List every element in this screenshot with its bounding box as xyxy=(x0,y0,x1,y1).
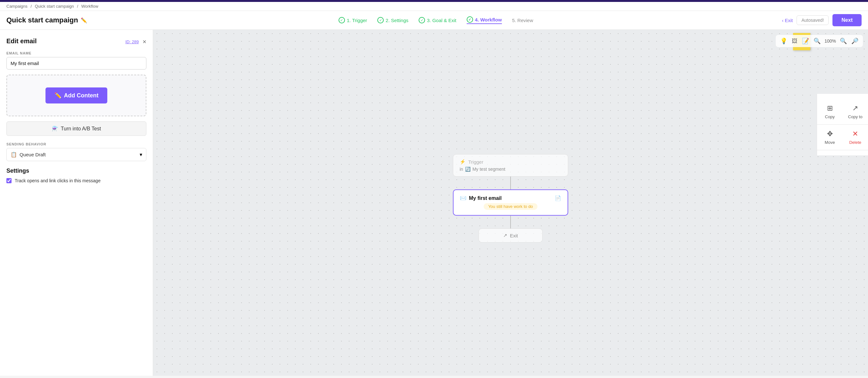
ab-test-button[interactable]: ⚗️ Turn into A/B Test xyxy=(6,121,146,136)
check-workflow-icon: ✓ xyxy=(467,16,473,23)
trigger-in-label: in xyxy=(460,166,463,172)
delete-button[interactable]: ✕ Delete xyxy=(843,125,868,150)
move-icon: ✥ xyxy=(827,130,833,138)
document-icon: 📄 xyxy=(555,195,561,201)
search-icon[interactable]: 🔎 xyxy=(851,37,859,45)
step-workflow[interactable]: ✓ 4. Workflow xyxy=(467,16,502,24)
campaign-title-group: Quick start campaign ✏️ xyxy=(6,16,90,24)
email-node-title: ✉️ My first email xyxy=(460,195,502,201)
breadcrumb-workflow: Workflow xyxy=(81,4,98,9)
pencil-icon: ✏️ xyxy=(55,92,62,99)
breadcrumb: Campaigns / Quick start campaign / Workf… xyxy=(0,2,868,11)
flask-icon: ⚗️ xyxy=(52,126,58,132)
campaign-title: Quick start campaign xyxy=(6,16,78,24)
right-actions-panel: ⊞ Copy ↗ Copy to ✥ Move ✕ Delete xyxy=(817,94,868,155)
sync-icon: 🔄 xyxy=(465,166,470,172)
sending-behavior-select[interactable]: 📋 Queue Draft ▾ xyxy=(6,148,146,161)
step-review[interactable]: 5. Review xyxy=(512,18,533,23)
copy-to-button[interactable]: ↗ Copy to xyxy=(843,99,868,125)
step-trigger-label: 1. Trigger xyxy=(347,18,367,23)
delete-icon: ✕ xyxy=(852,130,858,138)
image-icon[interactable]: 🖼 xyxy=(791,37,798,45)
step-review-label: 5. Review xyxy=(512,18,533,23)
edit-icon[interactable]: ✏️ xyxy=(81,17,87,23)
chevron-down-icon: ▾ xyxy=(140,152,142,158)
breadcrumb-campaigns[interactable]: Campaigns xyxy=(6,4,28,9)
segment-name: My test segment xyxy=(472,166,505,172)
track-checkbox-row[interactable]: Track opens and link clicks in this mess… xyxy=(6,178,146,183)
main-layout: Edit email ID: 289 × EMAIL NAME ✏️ Add C… xyxy=(0,30,868,376)
header-actions: ‹ Exit Autosaved! Next xyxy=(782,14,862,26)
envelope-icon: ✉️ xyxy=(460,195,466,201)
lightbulb-icon[interactable]: 💡 xyxy=(780,37,788,45)
steps-nav: ✓ 1. Trigger ✓ 2. Settings ✓ 3. Goal & E… xyxy=(96,16,775,24)
email-node-header: ✉️ My first email 📄 xyxy=(460,195,561,201)
check-goal-icon: ✓ xyxy=(418,17,425,23)
exit-icon: ↗ xyxy=(503,232,507,238)
workflow-area: ⚡ Trigger in 🔄 My test segment ✉️ My fir… xyxy=(453,154,568,243)
step-workflow-label: 4. Workflow xyxy=(475,17,502,23)
next-button[interactable]: Next xyxy=(832,14,862,26)
lightning-icon: ⚡ xyxy=(460,159,466,165)
step-trigger[interactable]: ✓ 1. Trigger xyxy=(339,17,367,23)
copy-to-icon: ↗ xyxy=(852,104,858,113)
header: Quick start campaign ✏️ ✓ 1. Trigger ✓ 2… xyxy=(0,11,868,30)
exit-node[interactable]: ↗ Exit xyxy=(478,228,542,243)
sending-behavior-value: Queue Draft xyxy=(20,152,46,157)
step-settings-label: 2. Settings xyxy=(385,18,408,23)
email-status: You still have work to do xyxy=(484,203,537,210)
check-settings-icon: ✓ xyxy=(377,17,384,23)
action-row-top: ⊞ Copy ↗ Copy to xyxy=(817,99,868,125)
move-button[interactable]: ✥ Move xyxy=(817,125,843,150)
note-icon[interactable]: 📝 xyxy=(801,37,810,45)
breadcrumb-campaign[interactable]: Quick start campaign xyxy=(35,4,74,9)
sidebar-header: Edit email ID: 289 × xyxy=(6,37,146,46)
email-name-input[interactable] xyxy=(6,57,146,69)
trigger-in: in 🔄 My test segment xyxy=(460,166,561,172)
copy-icon: ⊞ xyxy=(827,104,833,113)
exit-button[interactable]: ‹ Exit xyxy=(782,18,793,23)
email-id[interactable]: ID: 289 xyxy=(125,39,139,44)
close-button[interactable]: × xyxy=(143,38,146,45)
sidebar-title: Edit email xyxy=(6,37,36,45)
content-area: ✏️ Add Content xyxy=(6,75,146,116)
check-trigger-icon: ✓ xyxy=(339,17,345,23)
note-icon: 📋 xyxy=(10,152,17,158)
canvas-toolbar: 💡 🖼 📝 🔍 100% 🔍 🔎 xyxy=(776,35,863,47)
copy-button[interactable]: ⊞ Copy xyxy=(817,99,843,125)
autosaved-label: Autosaved! xyxy=(797,15,829,25)
action-row-bottom: ✥ Move ✕ Delete xyxy=(817,125,868,150)
sending-behavior-label: SENDING BEHAVIOR xyxy=(6,142,146,146)
email-name-label: EMAIL NAME xyxy=(6,51,146,55)
zoom-out-icon[interactable]: 🔍 xyxy=(813,37,821,45)
sidebar: Edit email ID: 289 × EMAIL NAME ✏️ Add C… xyxy=(0,30,153,376)
step-goal-label: 3. Goal & Exit xyxy=(427,18,457,23)
canvas: 💡 🖼 📝 🔍 100% 🔍 🔎 ⚡ Trigger in 🔄 My test … xyxy=(153,30,868,376)
track-checkbox[interactable] xyxy=(6,178,11,183)
exit-label: Exit xyxy=(510,233,518,238)
zoom-level: 100% xyxy=(825,38,836,43)
trigger-node[interactable]: ⚡ Trigger in 🔄 My test segment xyxy=(453,154,568,177)
add-content-button[interactable]: ✏️ Add Content xyxy=(45,88,107,103)
trigger-header: ⚡ Trigger xyxy=(460,159,561,165)
trigger-label: Trigger xyxy=(468,159,483,165)
zoom-in-icon[interactable]: 🔍 xyxy=(839,37,847,45)
step-goal[interactable]: ✓ 3. Goal & Exit xyxy=(418,17,457,23)
connector-line-2 xyxy=(510,216,511,228)
step-settings[interactable]: ✓ 2. Settings xyxy=(377,17,408,23)
track-label: Track opens and link clicks in this mess… xyxy=(15,178,100,183)
connector-line-1 xyxy=(510,177,511,189)
email-node[interactable]: ✉️ My first email 📄 You still have work … xyxy=(453,189,568,216)
settings-title: Settings xyxy=(6,167,146,174)
